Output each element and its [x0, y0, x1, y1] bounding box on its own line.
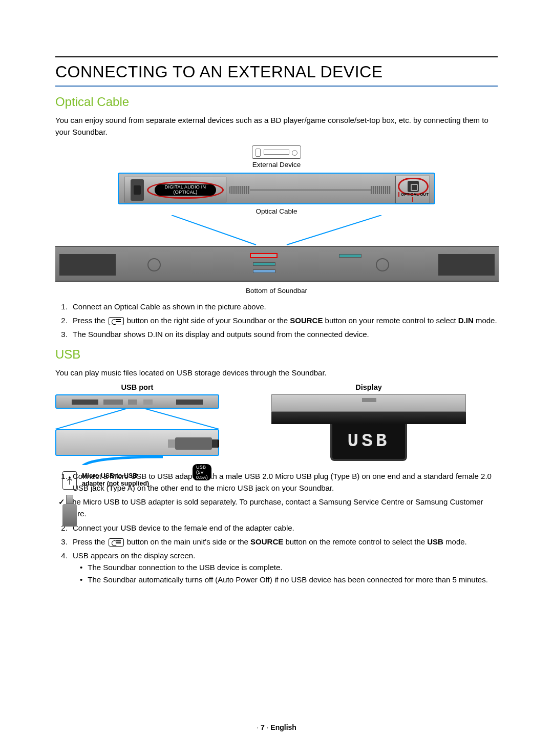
usb-soundbar-strip-icon — [55, 394, 219, 409]
connection-panel: DIGITAL AUDIO IN (OPTICAL) OPTICAL OUT — [118, 173, 435, 204]
display-screen: USB — [330, 424, 407, 461]
usb-power-badge: USB (5V 0.5A) — [192, 464, 212, 481]
soundbar-bottom-icon — [55, 246, 499, 282]
page-language: English — [270, 723, 296, 731]
usb-wire-icon — [76, 455, 168, 465]
usb-a-plug-icon — [62, 495, 77, 527]
svg-line-3 — [145, 409, 219, 429]
usb-callout-lines-icon — [55, 409, 219, 429]
usb-trident-icon — [62, 471, 77, 490]
callout-lines-icon — [172, 215, 381, 246]
svg-line-1 — [287, 215, 381, 245]
bottom-of-soundbar-label: Bottom of Soundbar — [55, 287, 498, 295]
display-text: USB — [348, 431, 390, 452]
usb-step-3: Press the button on the main unit's side… — [70, 536, 498, 548]
optical-out-label: OPTICAL OUT — [396, 192, 430, 202]
optical-cable-icon — [229, 186, 391, 194]
usb-diagram: USB port USB (5V 0.5A) Micro USB to USB — [55, 383, 498, 461]
optical-cable-label: Optical Cable — [118, 207, 435, 215]
section-heading-optical: Optical Cable — [55, 95, 498, 109]
page-title: CONNECTING TO AN EXTERNAL DEVICE — [55, 62, 498, 87]
micro-usb-plug-icon — [175, 437, 212, 450]
usb-step-1-note: The Micro USB to USB adapter is sold sep… — [68, 496, 498, 520]
source-icon — [109, 538, 124, 547]
digital-audio-in-highlight: DIGITAL AUDIO IN (OPTICAL) — [147, 181, 224, 199]
usb-step-2: Connect your USB device to the female en… — [70, 522, 498, 534]
optical-step-2: Press the button on the right side of yo… — [70, 314, 498, 326]
usb-step-4-bullet-2: The Soundbar automatically turns off (Au… — [80, 574, 498, 585]
micro-usb-port-panel: USB (5V 0.5A) — [55, 429, 219, 456]
page-footer: · 7 · English — [0, 723, 553, 731]
source-icon — [109, 317, 124, 325]
svg-line-2 — [55, 409, 126, 429]
optical-diagram: External Device DIGITAL AUDIO IN (OPTICA… — [55, 145, 498, 295]
port-dark-icon — [131, 179, 144, 201]
external-device-icon — [252, 145, 301, 159]
adapter-note: Micro USB to USB adapter (not supplied) — [82, 472, 154, 488]
digital-audio-in-label-2: (OPTICAL) — [173, 190, 197, 195]
optical-out-port: OPTICAL OUT — [395, 176, 430, 203]
soundbar-front-icon — [271, 394, 466, 412]
usb-step-4-bullet-1: The Soundbar connection to the USB devic… — [80, 561, 498, 573]
optical-steps: Connect an Optical Cable as shown in the… — [55, 301, 498, 341]
optical-intro: You can enjoy sound from separate extern… — [55, 114, 498, 138]
svg-line-0 — [172, 215, 256, 245]
usb-step-4: USB appears on the display screen. The S… — [70, 550, 498, 585]
page-number: 7 — [261, 723, 265, 731]
usb-intro: You can play music files located on USB … — [55, 367, 498, 379]
usb-port-label: USB port — [55, 383, 219, 391]
optical-step-3: The Soundbar shows D.IN on its display a… — [70, 328, 498, 340]
display-label: Display — [240, 383, 498, 391]
external-device-label: External Device — [252, 161, 301, 169]
section-heading-usb: USB — [55, 347, 498, 362]
optical-step-1: Connect an Optical Cable as shown in the… — [70, 301, 498, 312]
